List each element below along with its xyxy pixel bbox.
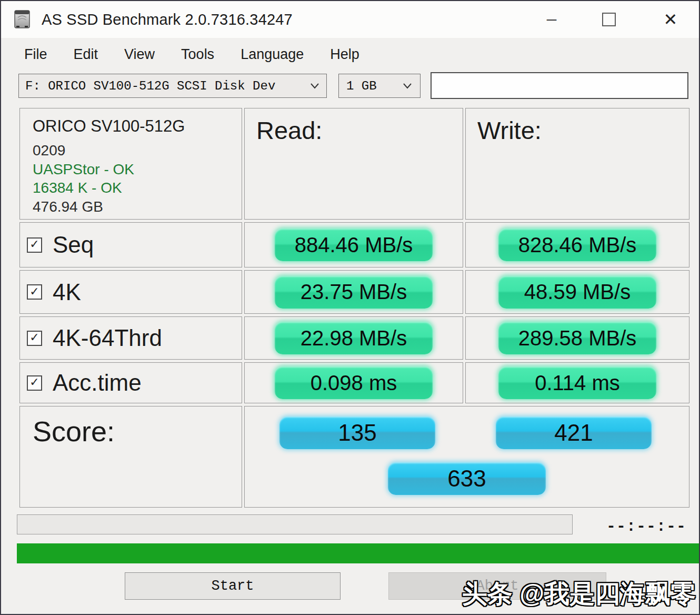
title-bar: AS SSD Benchmark 2.0.7316.34247 ─ ✕ — [1, 1, 699, 38]
acctime-read-result: 0.098 ms — [275, 366, 433, 399]
checkbox-acctime[interactable]: ✓ — [27, 375, 42, 391]
acctime-write-result: 0.114 ms — [498, 366, 656, 399]
4k64thrd-read-result: 22.98 MB/s — [275, 322, 433, 354]
minimize-button[interactable]: ─ — [534, 6, 569, 33]
menu-item-language[interactable]: Language — [238, 45, 306, 64]
ssd-drive-icon — [12, 9, 33, 30]
chevron-down-icon — [402, 82, 413, 90]
checkbox-4k[interactable]: ✓ — [27, 284, 42, 300]
start-button[interactable]: Start — [125, 572, 341, 600]
minimize-icon: ─ — [547, 12, 556, 28]
checkbox-4k64thrd[interactable]: ✓ — [27, 331, 42, 346]
window-title: AS SSD Benchmark 2.0.7316.34247 — [42, 11, 293, 28]
drive-dropdown[interactable]: F: ORICO SV100-512G SCSI Disk Dev — [18, 74, 327, 98]
score-read-pill: 135 — [279, 416, 435, 449]
test-size-dropdown-value: 1 GB — [346, 79, 399, 93]
drive-alignment-status: 16384 K - OK — [33, 178, 236, 197]
check-icon: ✓ — [29, 376, 39, 388]
check-icon: ✓ — [29, 239, 39, 250]
menu-item-file[interactable]: File — [22, 45, 49, 64]
menu-item-help[interactable]: Help — [328, 45, 362, 64]
progress-bar — [17, 514, 573, 534]
status-bar-green — [17, 543, 699, 563]
write-column-header: Write: — [465, 108, 689, 220]
menu-item-tools[interactable]: Tools — [179, 45, 216, 64]
test-label: 4K-64Thrd — [53, 325, 162, 351]
menu-item-view[interactable]: View — [122, 45, 157, 64]
drive-model: ORICO SV100-512G — [33, 116, 236, 137]
check-icon: ✓ — [29, 332, 39, 343]
menu-bar: File Edit View Tools Language Help — [1, 39, 699, 70]
check-icon: ✓ — [29, 286, 39, 297]
maximize-icon — [602, 13, 616, 26]
checkbox-seq[interactable]: ✓ — [27, 237, 42, 253]
results-grid: ORICO SV100-512G 0209 UASPStor - OK 1638… — [19, 108, 689, 508]
test-row-acctime: ✓ Acc.time — [19, 362, 242, 403]
time-remaining: --:--:-- — [606, 518, 686, 535]
close-button[interactable]: ✕ — [653, 6, 688, 33]
drive-capacity: 476.94 GB — [33, 197, 236, 216]
drive-dropdown-value: F: ORICO SV100-512G SCSI Disk Dev — [25, 79, 306, 93]
seq-read-result: 884.46 MB/s — [275, 229, 433, 261]
score-label: Score: — [19, 406, 242, 508]
info-textbox[interactable] — [431, 72, 688, 99]
seq-write-result: 828.46 MB/s — [498, 229, 656, 261]
drive-info-panel: ORICO SV100-512G 0209 UASPStor - OK 1638… — [19, 108, 242, 220]
drive-driver-status: UASPStor - OK — [33, 160, 236, 179]
close-icon: ✕ — [664, 9, 678, 29]
4k64thrd-write-result: 289.58 MB/s — [498, 322, 656, 354]
test-row-seq: ✓ Seq — [19, 222, 242, 267]
score-write-pill: 421 — [496, 416, 652, 449]
maximize-button[interactable] — [592, 6, 626, 33]
4k-read-result: 23.75 MB/s — [275, 276, 433, 309]
drive-firmware: 0209 — [33, 141, 236, 160]
test-row-4k: ✓ 4K — [19, 270, 242, 314]
test-label: Seq — [53, 232, 94, 258]
menu-item-edit[interactable]: Edit — [72, 45, 101, 64]
test-label: Acc.time — [53, 370, 142, 396]
score-total-pill: 633 — [388, 462, 546, 495]
watermark-text: 头条 @我是四海飘零 — [462, 577, 696, 611]
test-size-dropdown[interactable]: 1 GB — [338, 74, 421, 98]
read-column-header: Read: — [244, 108, 463, 220]
score-panel: 135 421 633 — [244, 406, 689, 508]
test-row-4k64thrd: ✓ 4K-64Thrd — [19, 316, 242, 360]
chevron-down-icon — [309, 82, 320, 90]
4k-write-result: 48.59 MB/s — [498, 276, 656, 309]
test-label: 4K — [53, 279, 81, 305]
app-window: AS SSD Benchmark 2.0.7316.34247 ─ ✕ File… — [0, 0, 700, 615]
